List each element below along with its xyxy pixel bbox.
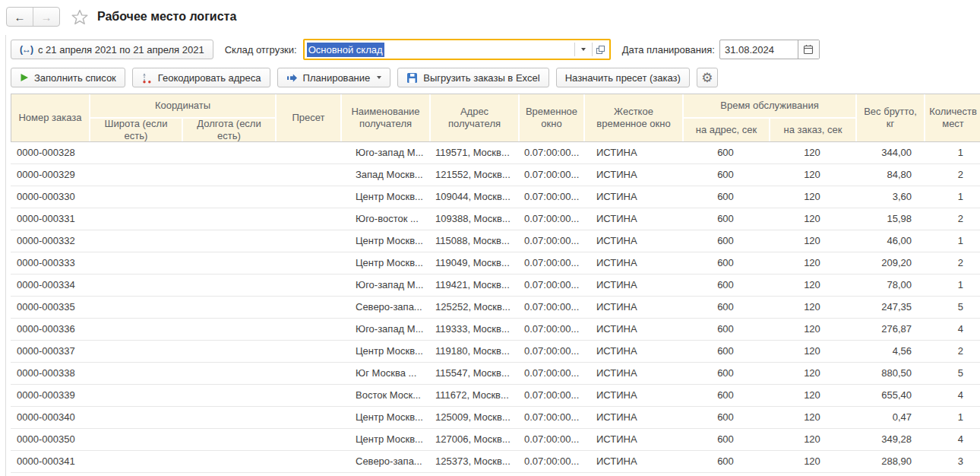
column-header-hard-time-window[interactable]: Жесткое временное окно: [585, 94, 682, 141]
table-row[interactable]: 0000-000339 Восток Моск... 111672, Москв…: [11, 385, 980, 407]
cell-gross-weight: 344,00: [856, 142, 923, 163]
cell-latitude: [90, 142, 181, 163]
cell-time-window: 0.07:00:00...: [519, 230, 583, 252]
cell-hard-time-window: ИСТИНА: [584, 385, 681, 406]
geocode-button[interactable]: Геокодировать адреса: [132, 68, 270, 87]
cell-places-count: 4: [925, 319, 980, 340]
cell-gross-weight: 349,28: [856, 429, 923, 450]
planning-date-label: Дата планирования:: [622, 44, 715, 56]
period-button[interactable]: (↔) с 21 апреля 2021 по 21 апреля 2021: [11, 40, 213, 59]
cell-time-window: 0.07:00:00...: [519, 429, 583, 450]
cell-order-number: 0000-000335: [11, 297, 88, 318]
warehouse-open-button[interactable]: [593, 40, 609, 59]
cell-service-per-order: 120: [770, 230, 855, 252]
table-row[interactable]: 0000-000338 Юг Москва ... 115547, Москв.…: [11, 363, 980, 385]
favorite-star-button[interactable]: [71, 9, 88, 25]
cell-places-count: 1: [925, 186, 980, 208]
export-excel-button[interactable]: Выгрузить заказы в Excel: [397, 68, 548, 87]
table-row[interactable]: 0000-000331 Юго-восток ... 109388, Москв…: [11, 208, 980, 230]
assign-preset-button[interactable]: Назначить пресет (заказ): [556, 68, 690, 87]
table-row[interactable]: 0000-000329 Запад Москв... 121552, Москв…: [11, 164, 980, 186]
cell-places-count: 4: [925, 429, 980, 450]
column-header-preset[interactable]: Пресет: [277, 94, 340, 141]
table-row[interactable]: 0000-000334 Юго-запад М... 119421, Москв…: [11, 274, 980, 297]
cell-hard-time-window: ИСТИНА: [584, 208, 681, 230]
cell-places-count: 2: [925, 252, 980, 274]
table-row[interactable]: 0000-000350 Центр Москв... 127006, Москв…: [11, 429, 980, 451]
cell-time-window: 0.07:00:00...: [519, 341, 583, 362]
column-header-latitude[interactable]: Широта (если есть): [90, 119, 182, 141]
cell-hard-time-window: ИСТИНА: [584, 252, 681, 274]
geocode-axis-icon: [141, 72, 153, 84]
cell-time-window: 0.07:00:00...: [519, 274, 583, 296]
column-header-order-number[interactable]: Номер заказа: [11, 94, 89, 141]
cell-places-count: 1: [925, 407, 980, 428]
column-header-longitude[interactable]: Долгота (если есть): [183, 119, 275, 141]
cell-service-per-address: 600: [683, 252, 768, 274]
planning-menu-button[interactable]: Планирование: [277, 68, 391, 87]
table-row[interactable]: 0000-000333 Центр Москв... 119049, Москв…: [11, 252, 980, 274]
table-row[interactable]: 0000-000332 Центр Москв... 115088, Москв…: [11, 230, 980, 252]
actions-toolbar: Заполнить список Геокодировать адреса Пл…: [11, 68, 980, 87]
column-group-service-time[interactable]: Время обслуживания: [684, 94, 855, 117]
cell-time-window: 0.07:00:00...: [519, 363, 583, 384]
cell-hard-time-window: ИСТИНА: [584, 274, 681, 296]
play-icon: [20, 73, 29, 82]
column-header-recipient-address[interactable]: Адрес получателя: [431, 94, 518, 141]
cell-service-per-order: 120: [770, 385, 855, 406]
column-group-coordinates[interactable]: Координаты: [90, 94, 275, 117]
cell-recipient-name: Юго-запад М...: [341, 274, 428, 296]
chevron-down-icon: [377, 76, 381, 79]
cell-service-per-address: 600: [683, 407, 768, 428]
cell-hard-time-window: ИСТИНА: [584, 363, 681, 384]
cell-preset: [276, 429, 340, 450]
save-floppy-icon: [406, 72, 418, 84]
back-button[interactable]: ←: [7, 8, 33, 26]
table-row[interactable]: 0000-000337 Центр Москв... 119180, Москв…: [11, 341, 980, 363]
cell-hard-time-window: ИСТИНА: [584, 164, 681, 186]
cell-preset: [276, 208, 340, 230]
fill-list-button[interactable]: Заполнить список: [11, 68, 125, 87]
cell-recipient-address: 125373, Москв...: [430, 451, 517, 472]
warehouse-dropdown-button[interactable]: [575, 40, 592, 59]
table-row[interactable]: 0000-000341 Северо-запа... 125373, Москв…: [11, 451, 980, 473]
settings-button[interactable]: ⚙: [697, 68, 718, 87]
warehouse-input[interactable]: Основной склад: [305, 40, 574, 59]
table-row[interactable]: 0000-000336 Юго-запад М... 119333, Москв…: [11, 319, 980, 341]
cell-order-number: 0000-000341: [11, 451, 88, 472]
column-header-time-window[interactable]: Временное окно: [520, 94, 583, 141]
cell-gross-weight: 0,47: [856, 407, 923, 428]
cell-places-count: 1: [925, 230, 980, 252]
cell-preset: [276, 363, 340, 384]
cell-preset: [276, 252, 340, 274]
cell-order-number: 0000-000333: [11, 252, 88, 274]
cell-recipient-name: Центр Москв...: [341, 252, 428, 274]
table-row[interactable]: 0000-000340 Центр Москв... 125009, Москв…: [11, 407, 980, 429]
cell-recipient-name: Восток Моск...: [341, 385, 428, 406]
column-header-gross-weight[interactable]: Вес брутто, кг: [857, 94, 924, 141]
cell-places-count: 5: [925, 363, 980, 384]
column-header-service-per-address[interactable]: на адрес, сек: [684, 119, 769, 141]
cell-hard-time-window: ИСТИНА: [584, 341, 681, 362]
table-row[interactable]: 0000-000330 Центр Москв... 109044, Москв…: [11, 186, 980, 208]
planning-date-input[interactable]: 31.08.2024: [720, 40, 798, 59]
cell-latitude: [90, 319, 181, 340]
cell-time-window: 0.07:00:00...: [519, 451, 583, 472]
column-header-service-per-order[interactable]: на заказ, сек: [770, 119, 855, 141]
column-header-places-count[interactable]: Количеств мест: [925, 94, 980, 141]
cell-recipient-address: 115547, Москв...: [430, 363, 517, 384]
cell-recipient-name: Центр Москв...: [341, 429, 428, 450]
cell-service-per-address: 600: [683, 363, 768, 384]
orders-table: Номер заказа Координаты Широта (если ест…: [11, 94, 980, 473]
calendar-button[interactable]: [798, 40, 819, 59]
cell-longitude: [182, 164, 274, 186]
forward-button[interactable]: →: [33, 8, 59, 26]
table-row[interactable]: 0000-000328 Юго-запад М... 119571, Москв…: [11, 142, 980, 164]
table-row[interactable]: 0000-000335 Северо-запа... 125252, Москв…: [11, 297, 980, 319]
cell-service-per-address: 600: [683, 319, 768, 340]
cell-gross-weight: 276,87: [856, 319, 923, 340]
warehouse-label: Склад отгрузки:: [225, 44, 297, 56]
column-header-recipient-name[interactable]: Наименование получателя: [342, 94, 429, 141]
cell-service-per-order: 120: [770, 164, 855, 186]
calendar-icon: [803, 44, 814, 55]
